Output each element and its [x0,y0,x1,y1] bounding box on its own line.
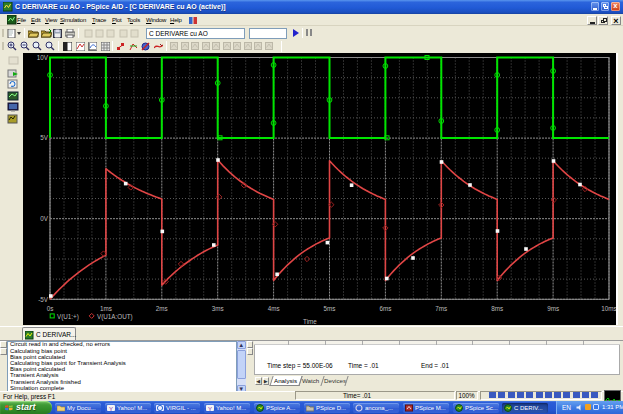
svg-text:5V: 5V [40,134,49,141]
svg-text:7ms: 7ms [435,305,447,312]
svg-text:4ms: 4ms [268,305,280,312]
svg-text:10V: 10V [37,54,49,61]
svg-text:5ms: 5ms [324,305,336,312]
svg-text:V(U1A:OUT): V(U1A:OUT) [97,313,133,321]
svg-text:9ms: 9ms [547,305,559,312]
svg-text:V(U1:+): V(U1:+) [57,313,79,321]
svg-text:Y: Y [208,405,212,411]
svg-text:0s: 0s [47,305,54,312]
svg-text:8ms: 8ms [491,305,503,312]
svg-text:1ms: 1ms [100,305,112,312]
svg-text:Time: Time [303,318,317,325]
svg-text:10ms: 10ms [601,305,616,312]
svg-text:6ms: 6ms [379,305,391,312]
svg-text:0V: 0V [40,215,49,222]
svg-text:2ms: 2ms [156,305,168,312]
svg-text:Y: Y [109,405,113,411]
svg-text:-5V: -5V [38,296,49,303]
svg-text:3ms: 3ms [212,305,224,312]
